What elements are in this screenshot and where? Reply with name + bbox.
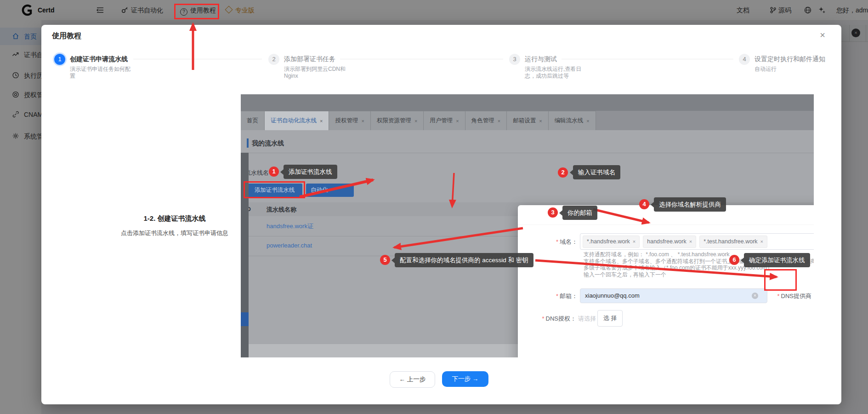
domain-field-label: *域名： (532, 238, 578, 246)
tab-roles[interactable]: 角色管理× (465, 111, 507, 130)
dns-auth-label: *DNS授权： (532, 315, 576, 323)
divider (241, 153, 814, 153)
step-desc: 演示流水线运行,查看日志，成功后跳过等 (525, 66, 589, 80)
step-title: 设置定时执行和邮件通知 (755, 55, 825, 63)
tab-close-icon[interactable]: × (320, 118, 323, 124)
dns-auth-placeholder: 请选择 (578, 315, 596, 323)
app-root: Certd 证书自动化 ?使用教程 专业版 文档 源码 (0, 0, 868, 414)
step-title: 运行与测试 (525, 55, 557, 63)
required-asterisk: * (777, 293, 779, 299)
clear-input-icon[interactable]: × (752, 293, 758, 299)
title-accent-bar (247, 138, 249, 148)
tab-close-icon[interactable]: × (414, 118, 417, 124)
tab-home[interactable]: 首页 (241, 111, 265, 130)
tab-close-icon[interactable]: × (456, 118, 459, 124)
dns-provider-label: *DNS提供商： (761, 292, 814, 300)
tab-close-icon[interactable]: × (498, 118, 500, 124)
tag-remove-icon[interactable]: × (760, 239, 763, 244)
domain-tag: *.handsfree.work× (583, 236, 640, 248)
tab-label: 邮箱设置 (513, 117, 536, 125)
step-number: 4 (739, 54, 750, 65)
step-connector (340, 59, 503, 59)
domain-tag: handsfree.work× (643, 236, 696, 248)
tab-cert-pipeline[interactable]: 证书自动化流水线× (265, 111, 329, 130)
tab-edit-pipeline[interactable]: 编辑流水线× (549, 111, 596, 130)
required-asterisk: * (556, 238, 558, 245)
domain-tags-input[interactable]: *.handsfree.work× handsfree.work× *.test… (580, 233, 814, 250)
tab-email[interactable]: 邮箱设置× (507, 111, 548, 130)
tab-users[interactable]: 用户管理× (424, 111, 465, 130)
step-number: 3 (509, 54, 520, 65)
inner-navbar-dimmed (241, 94, 814, 111)
tab-label: 首页 (247, 117, 258, 125)
modal-close-icon[interactable]: × (816, 29, 829, 41)
inner-sidebar-active-item (241, 312, 249, 326)
tag-remove-icon[interactable]: × (689, 239, 692, 244)
tutorial-note-sub: 点击添加证书流水线，填写证书申请信息 (99, 229, 250, 237)
step-connector (133, 59, 262, 59)
tab-label: 权限资源管理 (377, 117, 411, 125)
required-asterisk: * (556, 293, 558, 299)
email-field-label: *邮箱： (532, 292, 578, 300)
tutorial-note-heading: 1-2. 创建证书流水线 (115, 214, 234, 223)
inner-tabbar: 首页 证书自动化流水线× 授权管理× 权限资源管理× 用户管理× 角色管理× 邮… (241, 111, 814, 130)
step-desc: 自动运行 (755, 66, 828, 73)
tab-label: 编辑流水线 (555, 117, 584, 125)
tab-close-icon[interactable]: × (586, 118, 589, 124)
inner-sidebar-dimmed (241, 153, 249, 357)
tab-close-icon[interactable]: × (361, 118, 364, 124)
tab-label: 授权管理 (335, 117, 358, 125)
add-pipeline-button[interactable]: 添加证书流水线 (247, 184, 302, 197)
modal-title: 使用教程 (52, 31, 81, 41)
auto-button[interactable]: 自动化 (306, 184, 354, 197)
tag-remove-icon[interactable]: × (633, 239, 635, 244)
tab-label: 证书自动化流水线 (271, 117, 317, 125)
prev-step-button[interactable]: ← 上一步 (390, 371, 435, 388)
domain-help-text: 支持通配符域名，例如： *.foo.com 、 *.test.handsfree… (584, 251, 814, 278)
col-name: 流水线名称 (267, 206, 296, 214)
tutorial-screenshot-area: 首页 证书自动化流水线× 授权管理× 权限资源管理× 用户管理× 角色管理× 邮… (241, 94, 814, 357)
required-asterisk: * (542, 315, 544, 322)
step-title: 创建证书申请流水线 (70, 55, 128, 63)
dns-auth-select-button[interactable]: 选 择 (597, 310, 623, 327)
domain-tag: *.test.handsfree.work× (699, 236, 767, 248)
divider (518, 224, 814, 225)
tab-perm[interactable]: 权限资源管理× (371, 111, 424, 130)
step-desc: 演示部署到阿里云CDN和Nginx (284, 66, 354, 80)
create-pipeline-dialog: × *域名： *.handsfree.work× handsfree.work×… (518, 205, 814, 357)
step-number: 2 (268, 54, 279, 65)
step-desc: 演示证书申请任务如何配置 (70, 66, 135, 80)
tutorial-modal: 使用教程 × 1 创建证书申请流水线 演示证书申请任务如何配置 2 添加部署证书… (41, 25, 841, 404)
step-connector (562, 59, 733, 59)
pipeline-link[interactable]: powerleader.chat (267, 242, 312, 249)
tab-auth[interactable]: 授权管理× (329, 111, 370, 130)
step-title: 添加部署证书任务 (284, 55, 335, 63)
pipeline-link[interactable]: handsfree.work证 (267, 222, 313, 230)
tab-close-icon[interactable]: × (539, 118, 542, 124)
step-number: 1 (54, 54, 65, 65)
next-step-button[interactable]: 下一步 → (442, 371, 488, 387)
email-field[interactable]: xiaojunnuo@qq.com (580, 288, 767, 303)
page-title: 我的流水线 (252, 139, 284, 148)
tab-label: 用户管理 (430, 117, 453, 125)
tab-label: 角色管理 (471, 117, 494, 125)
